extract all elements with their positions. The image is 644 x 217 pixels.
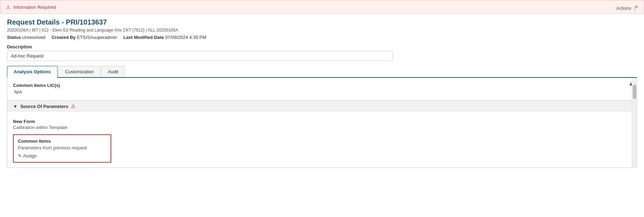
last-modified-value: 07/09/2024 4:35 PM	[165, 35, 206, 40]
common-items-lics-label: Common Items LIC(s)	[13, 83, 631, 88]
page-content: Actions ⋮ Request Details - PRI/1013637 …	[0, 18, 644, 175]
new-form-label: New Form	[13, 119, 631, 124]
source-params-header[interactable]: ▼ Source Of Parameters ⚠	[13, 103, 631, 109]
common-items-lics-value: N/A	[13, 89, 631, 95]
page-title: Request Details - PRI/1013637	[7, 18, 637, 26]
edit-icon: ✎	[18, 153, 22, 158]
params-body: New Form Calibration within Template Com…	[7, 115, 637, 163]
tab-analysis-options[interactable]: Analysis Options	[7, 66, 58, 78]
chevron-down-icon: ▼	[13, 104, 18, 109]
created-by-label: Created By	[52, 35, 76, 40]
actions-button[interactable]: Actions ⋮	[616, 6, 637, 11]
status-line: Status Unresolved Created By ETS/SAsuper…	[7, 35, 637, 40]
tab-customization[interactable]: Customization	[58, 66, 100, 77]
common-items-title: Common Items	[18, 138, 106, 144]
breadcrumb: 20200106A | IBT | 812 - Elem Ed Reading …	[7, 28, 637, 33]
assign-label: Assign	[23, 153, 37, 158]
warning-icon: ⚠	[6, 4, 11, 10]
last-modified-label: Last Modified Date	[123, 35, 164, 40]
info-banner: ⚠ Information Required ×	[0, 0, 644, 14]
scrollbar-thumb	[633, 85, 636, 99]
banner-message: ⚠ Information Required	[6, 4, 56, 10]
banner-text: Information Required	[13, 5, 56, 10]
common-items-sub: Parameters from previous request	[18, 145, 106, 150]
assign-link[interactable]: ✎ Assign	[18, 153, 106, 158]
source-params-label: Source Of Parameters	[20, 104, 68, 109]
scrollbar-track[interactable]	[632, 78, 637, 168]
new-form-sub: Calibration within Template	[13, 125, 631, 130]
tabs-container: Analysis Options Customization Audit	[7, 66, 637, 78]
description-label: Description	[7, 44, 637, 49]
tab-audit[interactable]: Audit	[101, 66, 125, 77]
created-by-value: ETS/SAsuperadmin	[77, 35, 117, 40]
source-params-warning-icon: ⚠	[71, 103, 75, 109]
common-items-box: Common Items Parameters from previous re…	[13, 134, 111, 163]
banner-close-button[interactable]: ×	[635, 4, 638, 10]
status-label: Status	[7, 35, 21, 40]
source-params-section: ▼ Source Of Parameters ⚠	[7, 100, 637, 112]
tab-content-area: ▲ Common Items LIC(s) N/A ▼ Source Of Pa…	[7, 78, 637, 168]
description-input[interactable]	[7, 51, 393, 61]
status-value: Unresolved	[22, 35, 45, 40]
